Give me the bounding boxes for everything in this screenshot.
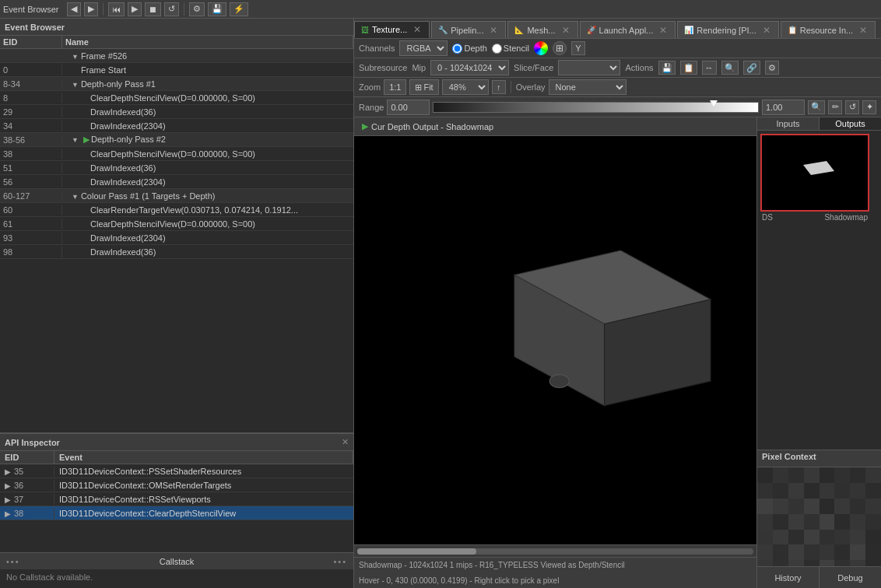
tab-resource[interactable]: 📋 Resource In... ✕ xyxy=(781,21,876,38)
toolbar-stop[interactable]: ⏹ xyxy=(145,2,161,16)
tree-row[interactable]: ▼Frame #526 xyxy=(0,49,353,63)
action-copy-btn[interactable]: 📋 xyxy=(680,61,697,75)
overlay-select[interactable]: None xyxy=(549,79,627,95)
tree-row[interactable]: 56 DrawIndexed(2304) xyxy=(0,175,353,189)
action-search-btn[interactable]: 🔍 xyxy=(721,61,739,75)
tree-row[interactable]: 0 Frame Start xyxy=(0,63,353,77)
outputs-tab[interactable]: Outputs xyxy=(820,117,881,130)
tree-row[interactable]: 60 ClearRenderTargetView(0.030713, 0.074… xyxy=(0,203,353,217)
tree-row[interactable]: 98 DrawIndexed(36) xyxy=(0,245,353,259)
grid-btn[interactable]: ⊞ xyxy=(553,41,567,55)
action-settings-btn[interactable]: ⚙ xyxy=(765,61,779,75)
io-tabs: Inputs Outputs xyxy=(757,117,881,131)
tree-row[interactable]: 8-34 ▼Depth-only Pass #1 xyxy=(0,77,353,91)
tab-launch[interactable]: 🚀 Launch Appl... ✕ xyxy=(580,21,676,38)
mip-select[interactable]: 0 - 1024x1024 xyxy=(430,60,509,75)
texture-thumbnail[interactable] xyxy=(760,134,869,212)
action-save-btn[interactable]: 💾 xyxy=(658,61,676,75)
tab-rendering[interactable]: 📊 Rendering [PI... ✕ xyxy=(677,21,778,38)
event-browser-header: Event Browser xyxy=(0,19,353,36)
range-reset-btn[interactable]: ↺ xyxy=(845,100,859,114)
row-eid: 38-56 xyxy=(0,135,62,145)
pixel-cell xyxy=(850,544,865,560)
toolbar-run[interactable]: ⚡ xyxy=(230,2,248,16)
zoom-up-btn[interactable]: ↑ xyxy=(492,80,506,94)
api-row-selected[interactable]: ▶38 ID3D11DeviceContext::ClearDepthStenc… xyxy=(0,506,353,520)
toolbar-forward[interactable]: ▶ xyxy=(84,2,98,16)
range-thumb xyxy=(710,100,718,107)
toolbar-back[interactable]: ◀ xyxy=(67,2,81,16)
debug-button[interactable]: Debug xyxy=(820,567,881,588)
tree-row[interactable]: 8 ClearDepthStencilView(D=0.000000, S=00… xyxy=(0,91,353,105)
zoom-percent-select[interactable]: 48% xyxy=(442,79,489,95)
toolbar-loop[interactable]: ↺ xyxy=(164,2,179,16)
tab-close-icon[interactable]: ✕ xyxy=(490,26,497,35)
viewport-canvas[interactable] xyxy=(354,136,756,544)
toolbar-settings[interactable]: ⚙ xyxy=(189,2,205,16)
tab-close-icon[interactable]: ✕ xyxy=(413,25,421,34)
range-pen-btn[interactable]: ✏ xyxy=(828,100,842,114)
history-button[interactable]: History xyxy=(757,567,820,588)
range-slider[interactable] xyxy=(433,102,759,113)
texture-toolbar-row1: Channels RGBA Depth Stencil ⊞ Y xyxy=(354,39,881,58)
launch-tab-icon: 🚀 xyxy=(587,26,596,34)
api-event-header: Event xyxy=(54,451,353,464)
texture-thumbnail-container[interactable]: DS Shadowmap xyxy=(760,134,869,222)
tree-row[interactable]: 34 DrawIndexed(2304) xyxy=(0,119,353,133)
pixel-cell xyxy=(850,467,865,483)
texture-toolbar-row3: Zoom 1:1 ⊞ Fit 48% ↑ Overlay None xyxy=(354,78,881,97)
action-flip-btn[interactable]: ↔ xyxy=(702,61,717,75)
range-max-input[interactable] xyxy=(762,100,805,115)
pixel-cell xyxy=(773,467,788,483)
tree-row[interactable]: 29 DrawIndexed(36) xyxy=(0,105,353,119)
color-wheel-btn[interactable] xyxy=(534,41,548,55)
depth-radio[interactable]: Depth xyxy=(452,44,486,54)
tab-texture[interactable]: 🖼 Texture... ✕ xyxy=(354,21,430,38)
tree-row[interactable]: 61 ClearDepthStencilView(D=0.000000, S=0… xyxy=(0,217,353,231)
api-row-eid: ▶37 xyxy=(0,494,54,505)
api-row[interactable]: ▶36 ID3D11DeviceContext::OMSetRenderTarg… xyxy=(0,478,353,492)
tree-row-selected[interactable]: 38-56 ▼ ▶Depth-only Pass #2 xyxy=(0,133,353,147)
y-channel-btn[interactable]: Y xyxy=(571,41,585,55)
api-row[interactable]: ▶37 ID3D11DeviceContext::RSSetViewports xyxy=(0,492,353,506)
scroll-thumb[interactable] xyxy=(357,548,476,555)
inputs-tab[interactable]: Inputs xyxy=(757,117,820,130)
fit-icon: ⊞ xyxy=(415,82,422,93)
toolbar-first[interactable]: ⏮ xyxy=(108,2,125,16)
scrollbar-horizontal[interactable] xyxy=(354,544,756,557)
toolbar-play[interactable]: ▶ xyxy=(128,2,142,16)
scroll-track[interactable] xyxy=(357,548,753,555)
action-link-btn[interactable]: 🔗 xyxy=(743,61,760,75)
channels-select[interactable]: RGBA xyxy=(399,40,448,56)
tree-row[interactable]: 93 DrawIndexed(2304) xyxy=(0,231,353,245)
pixel-cell xyxy=(757,499,773,514)
tree-row[interactable]: 38 ClearDepthStencilView(D=0.000000, S=0… xyxy=(0,147,353,161)
stencil-radio[interactable]: Stencil xyxy=(492,44,529,54)
tab-pipeline[interactable]: 🔧 Pipelin... ✕ xyxy=(431,21,506,38)
actions-label: Actions xyxy=(625,63,653,72)
left-panel: Event Browser EID Name ▼Frame #526 0 Fra… xyxy=(0,19,354,588)
row-name: ClearDepthStencilView(D=0.000000, S=00) xyxy=(62,149,353,159)
tree-row[interactable]: 51 DrawIndexed(36) xyxy=(0,161,353,175)
close-icon[interactable]: ✕ xyxy=(342,437,349,447)
tab-mesh[interactable]: 📐 Mesh... ✕ xyxy=(507,21,577,38)
tree-row[interactable]: 60-127 ▼Colour Pass #1 (1 Targets + Dept… xyxy=(0,189,353,203)
range-min-input[interactable] xyxy=(387,100,430,115)
zoom-11-btn[interactable]: 1:1 xyxy=(384,79,406,95)
pixel-cell xyxy=(834,499,850,514)
current-event-arrow: ▶ xyxy=(83,135,90,144)
tab-close-icon[interactable]: ✕ xyxy=(659,26,667,35)
zoom-fit-btn[interactable]: ⊞ Fit xyxy=(409,79,438,95)
right-panel: 🖼 Texture... ✕ 🔧 Pipelin... ✕ 📐 Mesh... … xyxy=(354,19,881,588)
api-row[interactable]: ▶35 ID3D11DeviceContext::PSSetShaderReso… xyxy=(0,464,353,478)
tab-close-icon[interactable]: ✕ xyxy=(859,26,867,35)
api-table[interactable]: EID Event ▶35 ID3D11DeviceContext::PSSet… xyxy=(0,451,353,552)
pixel-cell xyxy=(773,544,788,560)
toolbar-save[interactable]: 💾 xyxy=(208,2,226,16)
range-zoom-btn[interactable]: 🔍 xyxy=(808,100,825,114)
event-tree[interactable]: EID Name ▼Frame #526 0 Frame Start 8-34 xyxy=(0,36,353,432)
tab-close-icon[interactable]: ✕ xyxy=(763,26,770,35)
tab-close-icon[interactable]: ✕ xyxy=(562,26,570,35)
slice-select[interactable] xyxy=(558,60,620,75)
range-wand-btn[interactable]: ✦ xyxy=(862,100,876,114)
